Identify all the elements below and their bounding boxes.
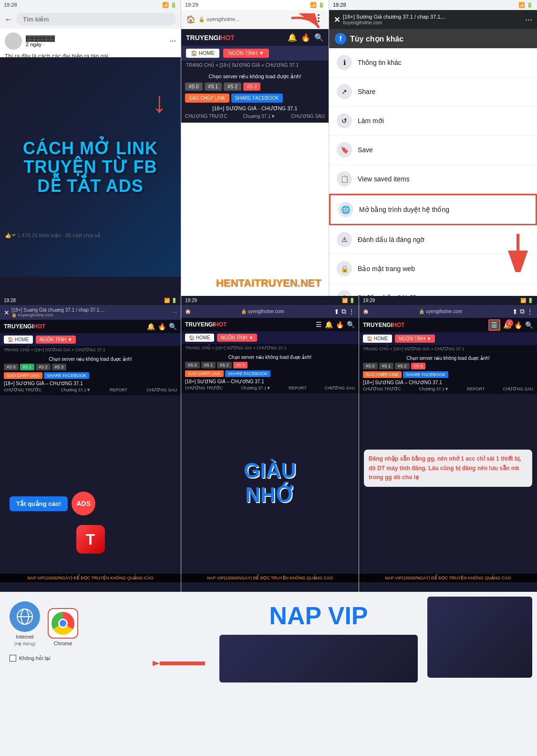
phone2-browser: 19:29 📶 🔋 🏠 🔒 uyengihotne... <box>181 0 329 296</box>
server-2[interactable]: #S 2 <box>224 83 241 91</box>
share-icon6[interactable]: ⬆ <box>512 308 518 315</box>
ph6-s0[interactable]: #S 0 <box>363 363 378 369</box>
ph6-prev[interactable]: CHƯƠNG TRƯỚC <box>363 387 401 391</box>
phone6-status: 19:29 📶 🔋 <box>359 296 537 305</box>
home-icon[interactable]: 🏠 <box>186 15 196 24</box>
search-icon4[interactable]: 🔍 <box>169 323 177 330</box>
menu-item-save[interactable]: 🔖 Save <box>329 136 537 165</box>
ph5-share[interactable]: SHARE FACEBOOK <box>225 370 270 377</box>
server-0[interactable]: #S 0 <box>185 83 203 91</box>
dots-menu-icon[interactable]: ··· <box>525 15 532 25</box>
server-3[interactable]: #S 3 <box>243 83 261 91</box>
nav-home2[interactable]: 🏠 HOME <box>186 49 219 58</box>
ph5-s2[interactable]: #S 2 <box>217 362 232 368</box>
menu-icon6[interactable]: ☰ <box>488 319 500 331</box>
phone6-site-header: TRUYENGIHOT ☰ 🔔 1 🔥 🔍 <box>359 318 537 332</box>
internet-icon[interactable] <box>10 601 40 632</box>
overlay-title-line3: DỄ TẮT ADS <box>37 177 144 196</box>
dots-icon5[interactable]: ⋮ <box>348 308 355 315</box>
chrome-icon-box[interactable] <box>48 608 78 639</box>
chapter-title2: [18+] SƯƠNG GIÁ - CHƯƠNG 37.1 <box>185 105 325 112</box>
menu-item-settings[interactable]: ⚙ Đi đến phần Cài đặt <box>329 284 537 296</box>
likes-row: 👍❤ 1.470 26 bình luận · 85 lượt chia sẻ <box>5 232 101 239</box>
copy-icon6[interactable]: ⧉ <box>520 307 525 315</box>
ph4-report[interactable]: REPORT <box>110 388 127 392</box>
phone4-server-btns: #S 0 #S 1 #S 2 #S 3 <box>4 364 177 370</box>
back-icon[interactable]: ← <box>5 15 12 24</box>
phone1-icons: 📶 🔋 <box>162 2 177 8</box>
ph4-share[interactable]: SHARE FACEBOOK <box>44 372 89 379</box>
ph5-s0[interactable]: #S 0 <box>185 362 200 368</box>
chapter-select2[interactable]: Chương 37.1▼ <box>243 114 275 119</box>
search-icon5[interactable]: 🔍 <box>347 321 355 328</box>
home-icon6[interactable]: 🏠 <box>363 309 369 314</box>
ph4-select[interactable]: Chương 37.1▼ <box>61 388 90 392</box>
dots-icon6[interactable]: ⋮ <box>527 308 533 315</box>
post-more-icon[interactable]: ··· <box>170 37 176 45</box>
ph6-share[interactable]: SHARE FACEBOOK <box>403 371 448 378</box>
nav-ngon2[interactable]: NGÔN TÌNH ▼ <box>223 49 268 58</box>
ph4-s1[interactable]: #S 1 <box>20 364 35 370</box>
ph6-report[interactable]: REPORT <box>467 387 485 391</box>
ph6-s1[interactable]: #S 1 <box>379 363 394 369</box>
ph5-report[interactable]: REPORT <box>289 386 306 390</box>
menu-item-info[interactable]: ℹ Thông tin khác <box>329 48 537 77</box>
search-input[interactable]: Tìm kiếm <box>16 13 176 26</box>
ph4-s2[interactable]: #S 2 <box>36 364 51 370</box>
phone6-breadcrumb: TRANG CHỦ » [18+] SƯƠNG GIÁ » CHƯƠNG 37.… <box>359 345 537 353</box>
bell-icon5[interactable]: 🔔 <box>325 321 333 328</box>
menu-item-view-saved[interactable]: 📋 View saved items <box>329 165 537 194</box>
ph5-copy[interactable]: SAO CHÉP LINK <box>185 370 224 377</box>
server-1[interactable]: #S 1 <box>205 83 222 91</box>
ph4-next[interactable]: CHƯƠNG SAU <box>146 388 177 392</box>
nav-ngon6[interactable]: NGÔN TÌNH ▼ <box>395 335 435 343</box>
menu-item-refresh[interactable]: ↺ Làm mới <box>329 106 537 136</box>
bell-icon4[interactable]: 🔔 <box>147 323 155 330</box>
phone2-status: 19:29 📶 🔋 <box>181 0 329 10</box>
ph5-prev[interactable]: CHƯƠNG TRƯỚC <box>185 386 223 390</box>
nav-ngon4[interactable]: NGÔN TÌNH ▼ <box>36 336 76 344</box>
dots-icon4[interactable]: ··· <box>173 310 177 315</box>
close-icon4[interactable]: ✕ <box>4 309 10 316</box>
ph4-s3[interactable]: #S 3 <box>52 364 67 370</box>
nav-home4[interactable]: 🏠 HOME <box>4 336 33 344</box>
share-fb-btn2[interactable]: SHARE FACEBOOK <box>231 94 283 103</box>
share-icon5[interactable]: ⬆ <box>334 308 340 315</box>
prev-chapter2[interactable]: CHƯƠNG TRƯỚC <box>185 114 227 119</box>
ph5-s3[interactable]: #S 3 <box>233 362 248 368</box>
phone5-url-text: uyengihotne.com <box>248 309 284 314</box>
ph6-s2[interactable]: #S 2 <box>395 363 410 369</box>
phone6-nav: 🏠 HOME NGÔN TÌNH ▼ <box>359 332 537 345</box>
ph6-select[interactable]: Chương 37.1▼ <box>419 387 448 391</box>
ph5-select[interactable]: Chương 37.1▼ <box>241 386 270 390</box>
nav-home6[interactable]: 🏠 HOME <box>363 335 392 343</box>
nav-home5[interactable]: 🏠 HOME <box>185 334 214 342</box>
ph6-s3[interactable]: #S 3 <box>411 363 426 369</box>
home-icon5[interactable]: 🏠 <box>185 309 191 314</box>
phone4-status: 19:28 📶 🔋 <box>0 296 181 305</box>
close-tab-icon[interactable]: ✕ <box>334 15 340 24</box>
ph4-prev[interactable]: CHƯƠNG TRƯỚC <box>4 388 41 392</box>
copy-link-btn2[interactable]: SAO CHÉP LINK <box>185 94 229 103</box>
ph6-copy[interactable]: SAO CHÉP LINK <box>363 371 402 378</box>
nav-ngon5[interactable]: NGÔN TÌNH ▼ <box>217 334 258 342</box>
refresh-icon: ↺ <box>337 113 352 128</box>
dont-ask-checkbox[interactable] <box>10 655 16 662</box>
ph4-s0[interactable]: #S 0 <box>4 364 19 370</box>
ph5-s1[interactable]: #S 1 <box>201 362 216 368</box>
copy-icon5[interactable]: ⧉ <box>341 307 346 315</box>
context-menu-title: Tùy chọn khác <box>350 34 403 43</box>
internet-app-wrapper: Internet (Hệ thống) <box>10 601 40 646</box>
next-chapter2[interactable]: CHƯƠNG SAU <box>291 114 325 119</box>
search-icon6[interactable]: 🔍 <box>525 321 533 329</box>
menu-item-open-browser[interactable]: 🌐 Mở bằng trình duyệt hệ thống <box>329 194 537 225</box>
menu-icon5[interactable]: ☰ <box>316 321 322 328</box>
menu-item-share[interactable]: ↗ Share <box>329 77 537 106</box>
ph5-next[interactable]: CHƯƠNG SAU <box>324 386 355 390</box>
ph4-copy[interactable]: SAO CHÉP LINK <box>4 372 42 379</box>
nav-bar2: 🏠 HOME NGÔN TÌNH ▼ <box>181 46 329 61</box>
menu-label-share: Share <box>358 88 375 95</box>
bell-icon6[interactable]: 🔔 1 <box>503 321 511 329</box>
ph6-next[interactable]: CHƯƠNG SAU <box>503 387 533 391</box>
tat-quang-cao-btn[interactable]: Tắt quảng cáo! <box>10 496 68 511</box>
